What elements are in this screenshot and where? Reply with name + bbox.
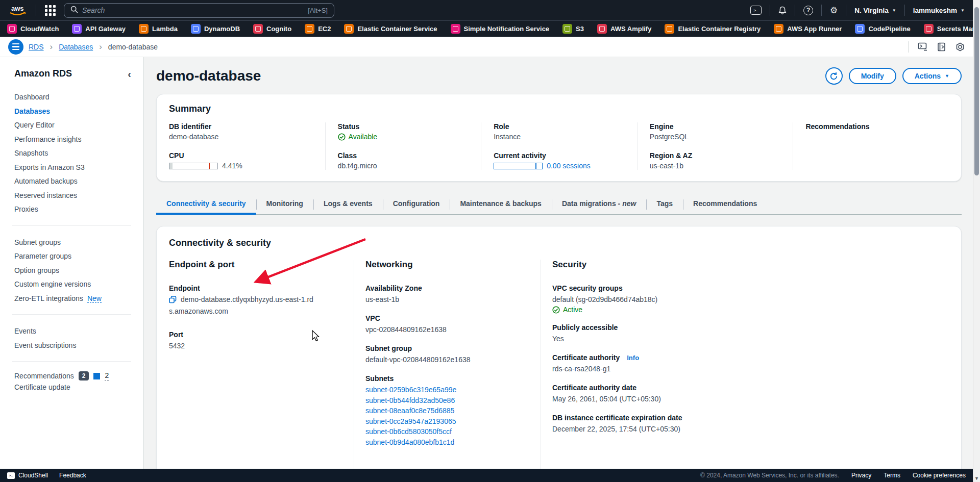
modify-button[interactable]: Modify [849, 68, 896, 84]
chevron-right-icon: › [98, 42, 103, 51]
sidebar-item-parameter-groups[interactable]: Parameter groups [14, 249, 131, 264]
favorite-cloudwatch[interactable]: CloudWatch [7, 24, 59, 34]
favorite-codepipeline[interactable]: CodePipeline [855, 24, 910, 34]
footer-cookie-preferences[interactable]: Cookie preferences [913, 472, 966, 479]
sidebar-item-option-groups[interactable]: Option groups [14, 264, 131, 278]
tab-tags[interactable]: Tags [646, 195, 683, 214]
copy-icon[interactable] [169, 296, 177, 306]
help-icon[interactable]: ? [803, 6, 813, 15]
tab-data-migrations[interactable]: Data migrations - new [552, 195, 646, 214]
subnet-link[interactable]: subnet-0cc2a9547a2193065 [365, 416, 529, 427]
subnet-link[interactable]: subnet-08eaaf0c8e75d6885 [365, 405, 529, 416]
ecr-icon [665, 24, 674, 34]
sidebar-item-subnet-groups[interactable]: Subnet groups [14, 236, 131, 250]
breadcrumb-databases[interactable]: Databases [59, 43, 93, 51]
search-input[interactable] [82, 6, 304, 14]
info-link[interactable]: Info [627, 354, 639, 362]
new-badge[interactable]: New [87, 294, 102, 303]
breadcrumb-toolbar [908, 41, 965, 53]
hexagon-status-icon[interactable] [955, 42, 965, 52]
footer-privacy[interactable]: Privacy [851, 472, 871, 479]
hamburger-menu-icon[interactable] [8, 39, 23, 55]
subnet-link[interactable]: subnet-0b6cd5803050f5ccf [365, 426, 529, 437]
recommendations-new-count[interactable]: 2 [105, 371, 109, 380]
footer-feedback[interactable]: Feedback [59, 472, 86, 479]
favorite-dynamodb[interactable]: DynamoDB [191, 24, 240, 34]
sidebar-item-databases[interactable]: Databases [14, 105, 131, 119]
favorite-ecr[interactable]: Elastic Container Registry [665, 24, 761, 34]
cookie-preferences-label: Cookie preferences [913, 472, 966, 479]
favorite-api-gateway[interactable]: API Gateway [72, 24, 126, 34]
favorites-bar: CloudWatch API Gateway Lambda DynamoDB C… [0, 20, 973, 37]
footer-terms[interactable]: Terms [884, 472, 900, 479]
sidebar-item-certificate-update[interactable]: Certificate update [14, 380, 131, 395]
tab-recommendations[interactable]: Recommendations [683, 195, 767, 214]
sidebar-item-event-subscriptions[interactable]: Event subscriptions [14, 339, 131, 353]
favorite-cognito[interactable]: Cognito [253, 24, 291, 34]
tab-logs-events[interactable]: Logs & events [313, 195, 383, 214]
aws-rds-console: aws [Alt+S] >_ ? ⚙ [0, 0, 980, 482]
vpc-label: VPC [365, 313, 529, 323]
actions-label: Actions [915, 72, 941, 80]
settings-gear-icon[interactable]: ⚙ [830, 6, 838, 15]
sidebar-item-proxies[interactable]: Proxies [14, 202, 131, 217]
vpc-link[interactable]: vpc-020844809162e1638 [365, 325, 447, 334]
footer-cloudshell[interactable]: >_CloudShell [7, 472, 48, 479]
services-grid-icon[interactable] [43, 4, 57, 17]
status-label: Status [338, 122, 472, 131]
breadcrumb-rds[interactable]: RDS [29, 43, 44, 51]
favorite-secrets-manager[interactable]: Secrets Manager [924, 24, 973, 34]
tab-monitoring[interactable]: Monitoring [256, 195, 313, 214]
cloudshell-icon[interactable]: >_ [750, 6, 762, 15]
account-menu[interactable]: iammukeshm ▼ [913, 7, 965, 14]
s3-icon [562, 24, 572, 34]
favorite-ecs[interactable]: Elastic Container Service [344, 24, 437, 34]
sidebar-item-query-editor[interactable]: Query Editor [14, 118, 131, 133]
subnet-link[interactable]: subnet-0259b6c319e65a99e [365, 385, 529, 395]
subnet-link[interactable]: subnet-0b544fdd32ad50e86 [365, 395, 529, 406]
favorite-lambda[interactable]: Lambda [139, 24, 178, 34]
favorite-label: Cognito [266, 25, 291, 33]
sidebar-item-performance-insights[interactable]: Performance insights [14, 133, 131, 147]
scrollbar-thumb[interactable] [974, 7, 979, 175]
class-value: db.t4g.micro [338, 162, 472, 170]
favorite-app-runner[interactable]: AWS App Runner [774, 24, 842, 34]
sns-icon [451, 24, 460, 34]
sidebar-item-custom-engine-versions[interactable]: Custom engine versions [14, 277, 131, 292]
subnet-link[interactable]: subnet-0b9d4a080ebfb1c1d [365, 437, 529, 448]
secrets-manager-icon [924, 24, 934, 34]
sidebar-item-exports-s3[interactable]: Exports in Amazon S3 [14, 161, 131, 175]
top-nav-bar: aws [Alt+S] >_ ? ⚙ [0, 0, 973, 20]
favorite-ec2[interactable]: EC2 [305, 24, 331, 34]
page-title: demo-database [156, 68, 261, 84]
favorite-amplify[interactable]: AWS Amplify [597, 24, 651, 34]
search-box[interactable]: [Alt+S] [64, 3, 334, 18]
monitor-session-icon[interactable] [918, 42, 928, 52]
tab-maintenance-backups[interactable]: Maintenance & backups [450, 195, 552, 214]
actions-button[interactable]: Actions▼ [902, 68, 962, 84]
favorite-s3[interactable]: S3 [562, 24, 584, 34]
aws-logo-icon[interactable]: aws [8, 4, 29, 17]
sidebar-item-recommendations[interactable]: Recommendations 2 2 [14, 371, 131, 380]
sidebar-collapse-icon[interactable]: ‹ [128, 69, 131, 79]
tab-connectivity-security[interactable]: Connectivity & security [156, 195, 256, 214]
sidebar-item-reserved-instances[interactable]: Reserved instances [14, 189, 131, 203]
security-group-link[interactable]: default (sg-02d9db466d74ab18c) [552, 295, 657, 303]
region-selector[interactable]: N. Virginia ▼ [854, 7, 896, 14]
notebook-icon[interactable] [937, 42, 946, 52]
activity-meter [494, 163, 543, 169]
activity-value-link[interactable]: 0.00 sessions [547, 162, 591, 170]
sidebar-item-zero-etl[interactable]: Zero-ETL integrationsNew [14, 292, 131, 306]
sidebar-item-automated-backups[interactable]: Automated backups [14, 174, 131, 189]
sidebar-item-events[interactable]: Events [14, 324, 131, 339]
modify-label: Modify [861, 72, 884, 80]
notifications-bell-icon[interactable] [778, 6, 787, 15]
favorite-sns[interactable]: Simple Notification Service [451, 24, 550, 34]
sidebar-item-snapshots[interactable]: Snapshots [14, 146, 131, 161]
sidebar-item-dashboard[interactable]: Dashboard [14, 90, 131, 105]
tab-configuration[interactable]: Configuration [383, 195, 450, 214]
refresh-button[interactable] [825, 67, 843, 85]
security-group-status: Active [563, 306, 582, 314]
page-scrollbar[interactable]: ▼ [973, 0, 980, 482]
scrollbar-down-arrow[interactable]: ▼ [973, 476, 980, 481]
